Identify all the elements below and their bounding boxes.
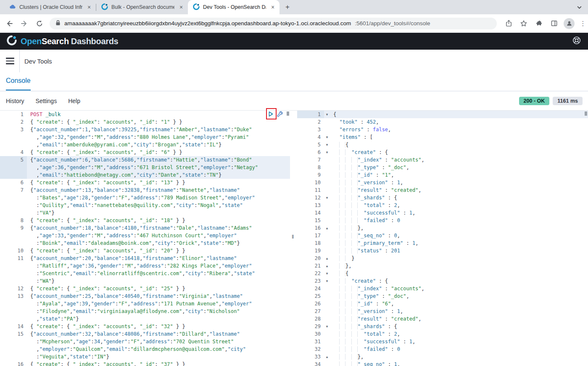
code-text: "_type" : "_doc", <box>330 292 409 300</box>
response-line: 19 "status" : 201 <box>297 247 588 255</box>
request-line: 8{ "create": { "_index": "accounts", "_i… <box>0 217 290 224</box>
code-text: POST _bulk <box>27 111 61 118</box>
nav-menu-hamburger-icon[interactable] <box>6 58 14 64</box>
line-number: 15 <box>297 217 324 224</box>
code-text: }, <box>330 353 364 361</box>
line-number: 33 <box>297 353 324 361</box>
forward-icon[interactable] <box>18 18 30 29</box>
tab-console[interactable]: Console <box>6 77 31 90</box>
code-text: "_primary_term" : 1, <box>330 239 418 247</box>
status-badge: 200 - OK <box>519 97 550 105</box>
line-number: 30 <box>297 330 324 338</box>
line-number: 16 <box>0 361 27 366</box>
code-text: :"Mcpherson","age":34,"gender":"F","addr… <box>27 338 234 345</box>
line-number <box>0 345 27 353</box>
back-icon[interactable] <box>3 18 15 29</box>
response-line: 13 "total" : 2, <box>297 202 588 209</box>
browser-tab-bulk-docs[interactable]: Bulk - OpenSearch documenta × <box>96 0 188 14</box>
line-number: 5 <box>297 141 324 149</box>
close-icon[interactable]: × <box>178 4 185 11</box>
side-panel-icon[interactable] <box>548 18 560 29</box>
fold-toggle-icon[interactable]: ▴ <box>324 224 330 232</box>
request-line: :"WA"} <box>0 277 290 285</box>
reload-icon[interactable] <box>34 18 45 29</box>
menu-history[interactable]: History <box>6 98 24 104</box>
help-lifebuoy-icon[interactable] <box>572 36 581 47</box>
code-text: {"account_number":6,"balance":5686,"firs… <box>27 156 252 164</box>
browser-tab-oracle-clusters[interactable]: Clusters | Oracle Cloud Infrastr × <box>4 0 96 14</box>
line-number: 10 <box>0 247 27 255</box>
code-text: :"WA"} <box>27 277 55 285</box>
code-text: "create" : { <box>330 277 388 285</box>
url-path: :5601/app/dev_tools#/console <box>355 20 430 27</box>
code-text: { "create": { "_index": "accounts", "_id… <box>27 247 185 255</box>
browser-menu-icon[interactable]: ⋮ <box>578 18 588 29</box>
request-scrollbar-thumb[interactable] <box>287 111 289 116</box>
line-number: 23 <box>297 277 324 285</box>
resize-handle-icon[interactable]: ‖ <box>292 233 294 240</box>
fold-toggle-icon[interactable]: ▴ <box>324 262 330 270</box>
code-text: :"Ratliff","age":36,"gender":"M","addres… <box>27 262 252 270</box>
request-options-wrench-icon[interactable] <box>277 111 283 119</box>
menu-settings[interactable]: Settings <box>36 98 57 104</box>
lock-icon[interactable] <box>55 20 61 27</box>
request-line: ,"age":32,"gender":"M","address":"880 Ho… <box>0 133 290 141</box>
response-line: 20▴ } <box>297 255 588 262</box>
line-number <box>0 133 27 141</box>
code-text: { <box>330 141 348 149</box>
line-number <box>0 315 27 323</box>
tab-search-chevron-icon[interactable] <box>577 4 582 12</box>
line-number: 29 <box>297 323 324 330</box>
fold-toggle-icon[interactable]: ▴ <box>324 255 330 262</box>
response-line: 23▾ "create" : { <box>297 277 588 285</box>
browser-tab-dev-tools[interactable]: Dev Tools - OpenSearch Dashb × <box>188 0 279 14</box>
code-text: "status" : 201 <box>330 247 400 255</box>
address-bar[interactable]: amaaaaaaak7gbriatcnyireeuzbb6iiorgdxbn4u… <box>50 18 497 29</box>
close-icon[interactable]: × <box>269 4 276 11</box>
response-viewer[interactable]: 1▾{2 "took" : 452,3 "errors" : false,4▾ … <box>297 111 588 366</box>
request-line: 7{"account_number":13,"balance":32838,"f… <box>0 186 290 194</box>
close-icon[interactable]: × <box>86 4 92 11</box>
browser-action-icons: ⋮ <box>499 18 588 29</box>
line-number: 7 <box>297 156 324 164</box>
fold-toggle-icon[interactable]: ▾ <box>324 194 330 202</box>
code-text: { "create": { "_index": "accounts", "_id… <box>27 217 185 224</box>
request-line: :"Veguita","state":"IN"} <box>0 353 290 361</box>
fold-gutter <box>324 308 330 315</box>
response-scrollbar-thumb[interactable] <box>585 111 587 116</box>
share-icon[interactable] <box>503 18 514 29</box>
line-number: 10 <box>297 179 324 186</box>
bookmark-star-icon[interactable] <box>518 18 530 29</box>
line-number <box>0 239 27 247</box>
code-text: :"VA"} <box>27 209 55 217</box>
profile-avatar[interactable] <box>563 18 575 29</box>
line-number: 4 <box>0 149 27 156</box>
fold-toggle-icon[interactable]: ▾ <box>324 149 330 156</box>
fold-toggle-icon[interactable]: ▾ <box>324 141 330 149</box>
extensions-puzzle-icon[interactable] <box>533 18 545 29</box>
fold-toggle-icon[interactable]: ▾ <box>324 323 330 330</box>
fold-toggle-icon[interactable]: ▾ <box>324 111 330 118</box>
line-number: 3 <box>297 126 324 133</box>
line-number: 12 <box>0 285 27 292</box>
code-text: { "create": { "_index": "accounts", "_id… <box>27 285 185 292</box>
panel-resizer[interactable]: ‖ <box>290 111 297 366</box>
new-tab-button[interactable]: + <box>282 2 293 13</box>
fold-toggle-icon[interactable]: ▾ <box>324 270 330 277</box>
request-line: :"Scentric","email":"elinorratliff@scent… <box>0 270 290 277</box>
request-editor[interactable]: 1POST _bulk2{ "create": { "_index": "acc… <box>0 111 290 366</box>
response-line: 4▾ "items" : [ <box>297 133 588 141</box>
response-line: 16▴ }, <box>297 224 588 232</box>
code-text: { "create": { "_index": "accounts", "_id… <box>27 179 185 186</box>
response-line: 12▾ "_shards" : { <box>297 194 588 202</box>
code-text: :"Filodyne","email":"virginiaayala@filod… <box>27 308 240 315</box>
fold-toggle-icon[interactable]: ▴ <box>324 353 330 361</box>
menu-help[interactable]: Help <box>68 98 80 104</box>
code-text: { "create": { "_index": "accounts", "_id… <box>27 149 182 156</box>
browser-toolbar: amaaaaaaak7gbriatcnyireeuzbb6iiorgdxbn4u… <box>0 14 588 33</box>
annotation-highlight-box <box>266 108 277 119</box>
fold-toggle-icon[interactable]: ▾ <box>324 277 330 285</box>
line-number <box>0 262 27 270</box>
fold-toggle-icon[interactable]: ▾ <box>324 133 330 141</box>
line-number: 28 <box>297 315 324 323</box>
